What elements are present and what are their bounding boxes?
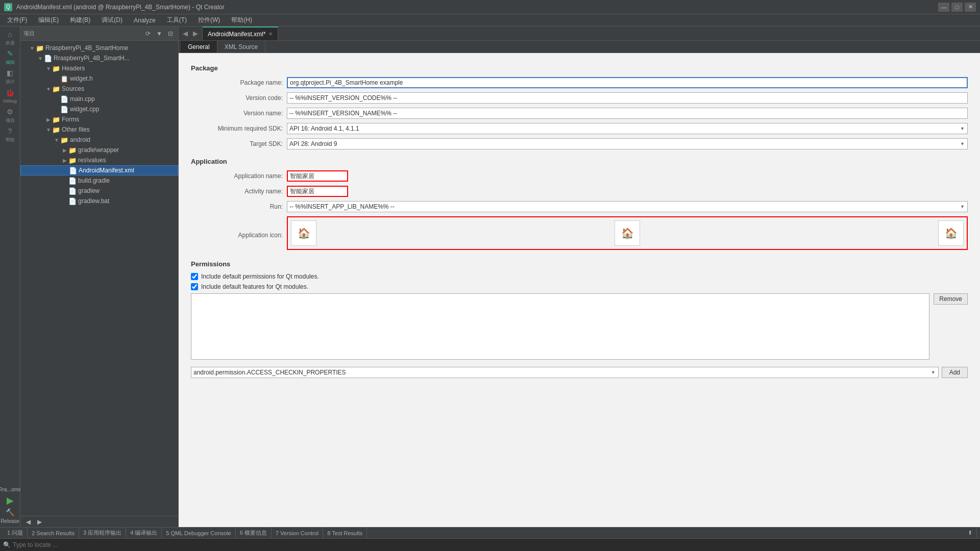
status-overview[interactable]: 6 概要信息 xyxy=(236,528,272,538)
perm-checkbox-row-2: Include default features for Qt modules. xyxy=(191,283,968,290)
remove-permission-button[interactable]: Remove xyxy=(934,293,968,305)
tab-nav-arrows: ◀ ▶ xyxy=(179,27,203,40)
scroll-right-button[interactable]: ▶ xyxy=(35,517,44,527)
status-app-output-label: 3 应用程序输出 xyxy=(83,529,121,537)
add-permission-button[interactable]: Add xyxy=(942,367,968,378)
app-icon-slot-2[interactable]: 🏠 xyxy=(615,220,640,246)
tree-item-other-files[interactable]: ▼ 📁 Other files xyxy=(20,124,178,135)
tree-item-androidmanifest[interactable]: 📄 AndroidManifest.xml xyxy=(20,165,178,176)
project-label: 项目 xyxy=(6,117,15,124)
tree-item-build-gradle[interactable]: 📄 build.gradle xyxy=(20,176,178,186)
package-name-row: Package name: xyxy=(191,77,968,88)
run-select[interactable]: -- %%INSERT_APP_LIB_NAME%% -- xyxy=(287,201,968,212)
collapse-button[interactable]: ⊟ xyxy=(166,29,175,38)
filter-button[interactable]: ▼ xyxy=(155,29,164,38)
menu-tools[interactable]: 工具(T) xyxy=(162,15,192,26)
tab-close-icon[interactable]: ✕ xyxy=(268,31,273,37)
sub-tab-xml-source[interactable]: XML Source xyxy=(217,41,266,53)
perm-dropdown[interactable]: android.permission.ACCESS_CHECKIN_PROPER… xyxy=(191,367,939,378)
scroll-left-button[interactable]: ◀ xyxy=(23,517,33,527)
status-test-results[interactable]: 8 Test Results xyxy=(323,528,367,538)
project-tree: ▼ 📁 RraspberryPi_4B_SmartHome ▼ 📄 Rraspb… xyxy=(20,41,178,516)
min-sdk-wrapper: API 16: Android 4.1, 4.1.1 xyxy=(287,123,968,134)
app-icon-slot-3[interactable]: 🏠 xyxy=(938,220,964,246)
menu-build[interactable]: 构建(B) xyxy=(65,15,95,26)
status-app-output[interactable]: 3 应用程序输出 xyxy=(79,528,126,538)
sidebar-item-welcome[interactable]: ⌂ 欢迎 xyxy=(1,29,19,47)
app-name-input[interactable] xyxy=(287,170,348,182)
tree-item-sources[interactable]: ▼ 📁 Sources xyxy=(20,84,178,94)
design-icon: ◧ xyxy=(6,68,15,78)
sidebar-item-project[interactable]: ⚙ 项目 xyxy=(1,106,19,124)
search-input[interactable] xyxy=(13,541,977,548)
status-search-results[interactable]: 2 Search Results xyxy=(28,528,79,538)
tree-item-gradle-wrapper[interactable]: ▶ 📁 gradle\wrapper xyxy=(20,145,178,155)
house-icon-3: 🏠 xyxy=(945,227,958,239)
tree-item-gradlew-bat[interactable]: 📄 gradlew.bat xyxy=(20,196,178,206)
status-bar: 1 问题 2 Search Results 3 应用程序输出 4 编译输出 5 … xyxy=(0,527,980,538)
tree-item-widget-h[interactable]: 📋 widget.h xyxy=(20,73,178,84)
perm-dropdown-wrapper: android.permission.ACCESS_CHECKIN_PROPER… xyxy=(191,367,939,378)
sidebar-item-edit[interactable]: ✎ 编辑 xyxy=(1,48,19,66)
sidebar-item-design[interactable]: ◧ 设计 xyxy=(1,67,19,86)
menu-edit[interactable]: 编辑(E) xyxy=(33,15,64,26)
android-label: android xyxy=(70,136,90,143)
tree-item-gradlew[interactable]: 📄 gradlew xyxy=(20,186,178,196)
status-compile-output[interactable]: 4 编译输出 xyxy=(126,528,162,538)
left-sidebar: ⌂ 欢迎 ✎ 编辑 ◧ 设计 🐞 Debug ⚙ 项目 ? 帮助 Rra...o… xyxy=(0,27,20,527)
target-sdk-select[interactable]: API 28: Android 9 xyxy=(287,138,968,149)
tree-item-forms[interactable]: ▶ 📁 Forms xyxy=(20,114,178,124)
status-qml-debugger[interactable]: 5 QML Debugger Console xyxy=(162,528,235,538)
tree-item-android[interactable]: ▼ 📁 android xyxy=(20,135,178,145)
tab-nav-back[interactable]: ◀ xyxy=(181,29,190,38)
menu-controls[interactable]: 控件(W) xyxy=(193,15,225,26)
edit-label: 编辑 xyxy=(6,59,15,66)
run-button[interactable]: ▶ xyxy=(7,495,14,506)
status-problems[interactable]: 1 问题 xyxy=(3,528,28,538)
welcome-icon: ⌂ xyxy=(6,30,15,39)
activity-name-input[interactable] xyxy=(287,186,348,197)
sidebar-item-debug[interactable]: 🐞 Debug xyxy=(1,87,19,105)
version-code-input[interactable] xyxy=(287,92,968,104)
tree-item-subroot[interactable]: ▼ 📄 RraspberryPi_4B_SmartH... xyxy=(20,53,178,63)
build-button[interactable]: 🔨 xyxy=(6,508,14,516)
tab-nav-forward[interactable]: ▶ xyxy=(191,29,200,38)
minimize-button[interactable]: — xyxy=(938,3,949,12)
search-icon: 🔍 xyxy=(3,541,11,548)
perm-checkbox-1[interactable] xyxy=(191,273,198,280)
maximize-button[interactable]: □ xyxy=(951,3,963,12)
close-button[interactable]: ✕ xyxy=(965,3,976,12)
target-sdk-wrapper: API 28: Android 9 xyxy=(287,138,968,149)
menu-analyze[interactable]: Analyze xyxy=(129,16,161,25)
app-icon-slot-1[interactable]: 🏠 xyxy=(291,220,316,246)
status-vc-label: 7 Version Control xyxy=(276,530,318,536)
sub-tab-general[interactable]: General xyxy=(181,41,217,53)
sidebar-item-help[interactable]: ? 帮助 xyxy=(1,126,19,144)
tab-androidmanifest[interactable]: AndroidManifest.xml* ✕ xyxy=(203,27,278,40)
sync-button[interactable]: ⟳ xyxy=(143,29,153,38)
perm-checkbox-2[interactable] xyxy=(191,283,198,290)
content-area: ◀ ▶ AndroidManifest.xml* ✕ General XML S… xyxy=(179,27,980,527)
menu-file[interactable]: 文件(F) xyxy=(2,15,32,26)
menu-help[interactable]: 帮助(H) xyxy=(226,15,257,26)
header-file-icon: 📋 xyxy=(60,75,68,83)
status-version-control[interactable]: 7 Version Control xyxy=(272,528,323,538)
permissions-list[interactable] xyxy=(191,293,929,360)
house-icon-2: 🏠 xyxy=(621,227,634,239)
root-label: RraspberryPi_4B_SmartHome xyxy=(45,44,128,52)
menu-debug[interactable]: 调试(D) xyxy=(96,15,128,26)
gradle-file-icon: 📄 xyxy=(68,177,77,185)
tree-item-widget-cpp[interactable]: 📄 widget.cpp xyxy=(20,104,178,114)
tree-item-root[interactable]: ▼ 📁 RraspberryPi_4B_SmartHome xyxy=(20,43,178,53)
target-sdk-label: Target SDK: xyxy=(191,140,283,147)
tree-item-headers[interactable]: ▼ 📁 Headers xyxy=(20,63,178,73)
status-expand-button[interactable]: ⬆ xyxy=(964,528,977,538)
activity-name-label: Activity name: xyxy=(191,188,283,195)
version-name-input[interactable] xyxy=(287,108,968,119)
package-name-input[interactable] xyxy=(287,77,968,88)
min-sdk-select[interactable]: API 16: Android 4.1, 4.1.1 xyxy=(287,123,968,134)
run-row: Run: -- %%INSERT_APP_LIB_NAME%% -- xyxy=(191,201,968,212)
tree-item-res-values[interactable]: ▶ 📁 res\values xyxy=(20,155,178,165)
tree-item-main-cpp[interactable]: 📄 main.cpp xyxy=(20,94,178,104)
activity-name-row: Activity name: xyxy=(191,186,968,197)
